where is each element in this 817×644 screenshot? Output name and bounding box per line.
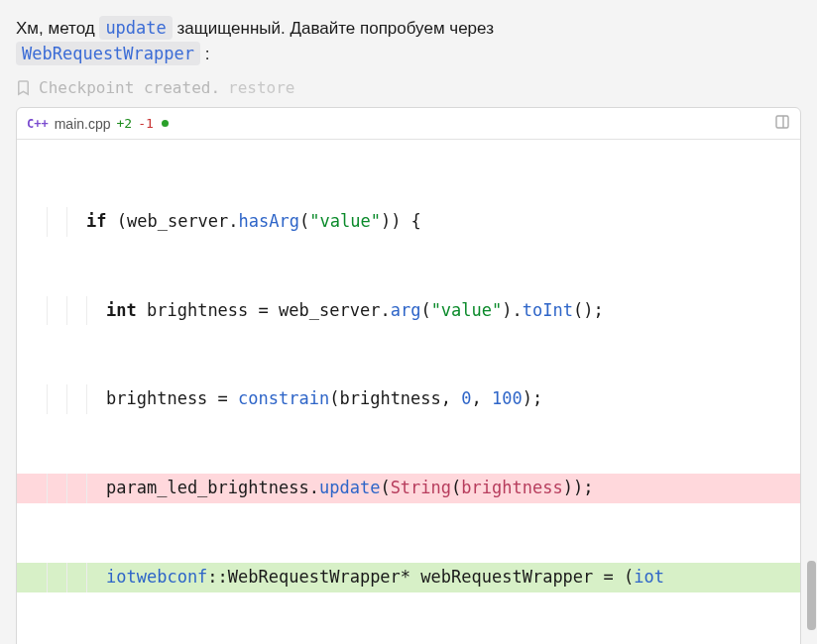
assistant-message: Хм, метод update защищенный. Давайте поп… <box>16 16 801 66</box>
cpp-file-icon: C++ <box>27 117 49 131</box>
message-mid: защищенный. Давайте попробуем через <box>177 19 494 38</box>
bookmark-icon <box>16 79 31 96</box>
code-body: if (web_server.hasArg("value")) { int br… <box>17 140 800 644</box>
diff-additions: +2 <box>117 116 133 131</box>
diff-deletions: -1 <box>138 116 154 131</box>
code-line-deleted: param_led_brightness.update(String(brigh… <box>17 474 800 503</box>
scrollbar-thumb[interactable] <box>807 561 816 630</box>
expand-icon[interactable] <box>774 114 790 133</box>
kw-if: if <box>86 211 106 231</box>
code-diff-panel: C++ main.cpp +2 -1 if (web_server.hasArg… <box>16 107 801 644</box>
code-line: int brightness = web_server.arg("value")… <box>17 296 800 326</box>
svg-rect-0 <box>776 116 788 128</box>
code-line: brightness = constrain(brightness, 0, 10… <box>17 384 800 414</box>
file-name: main.cpp <box>55 116 111 132</box>
checkpoint-label: Checkpoint created. <box>39 78 220 97</box>
restore-link[interactable]: restore <box>228 78 294 97</box>
code-header: C++ main.cpp +2 -1 <box>17 108 800 140</box>
code-line-added: iotwebconf::WebRequestWrapper* webReques… <box>17 563 800 592</box>
diff-status-dot <box>162 120 169 127</box>
code-chip-wrapper: WebRequestWrapper <box>16 42 200 65</box>
message-suffix: : <box>205 45 210 63</box>
code-chip-update: update <box>99 16 172 40</box>
message-prefix: Хм, метод <box>16 19 99 38</box>
checkpoint-row: Checkpoint created. restore <box>16 78 801 97</box>
code-line: if (web_server.hasArg("value")) { <box>17 207 800 237</box>
